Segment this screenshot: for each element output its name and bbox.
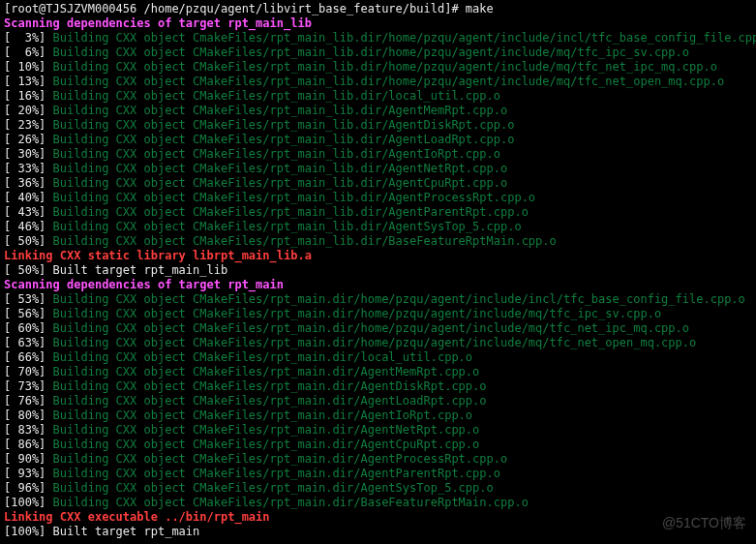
progress-pct: [ 86%] (4, 438, 53, 451)
scan-msg: Scanning dependencies of target rpt_main (4, 278, 284, 291)
output-line: [ 83%] Building CXX object CMakeFiles/rp… (4, 423, 752, 438)
build-msg: Building CXX object CMakeFiles/rpt_main_… (53, 234, 557, 248)
build-msg: Building CXX object CMakeFiles/rpt_main_… (53, 191, 536, 204)
build-msg: Building CXX object CMakeFiles/rpt_main.… (53, 292, 745, 306)
status-msg: [100%] Built target rpt_main (4, 525, 199, 538)
progress-pct: [ 83%] (4, 423, 53, 437)
output-line: Scanning dependencies of target rpt_main… (4, 16, 752, 31)
prompt-line: [root@TJSJZVM000456 /home/pzqu/agent/lib… (4, 2, 752, 16)
progress-pct: [ 10%] (4, 60, 53, 74)
build-msg: Building CXX object CMakeFiles/rpt_main.… (53, 321, 689, 335)
build-msg: Building CXX object CMakeFiles/rpt_main_… (53, 147, 500, 161)
progress-pct: [ 63%] (4, 336, 53, 349)
build-msg: Building CXX object CmakeFiles/rpt_main_… (53, 31, 756, 45)
progress-pct: [ 16%] (4, 89, 53, 103)
output-line: [ 46%] Building CXX object CMakeFiles/rp… (4, 220, 752, 234)
output-line: [ 43%] Building CXX object CMakeFiles/rp… (4, 205, 752, 220)
scan-msg: Scanning dependencies of target rpt_main… (4, 16, 312, 30)
build-msg: Building CXX object CMakeFiles/rpt_main.… (53, 467, 500, 480)
progress-pct: [ 50%] (4, 234, 53, 248)
output-line: Linking CXX static library librpt_main_l… (4, 249, 752, 263)
output-line: [ 16%] Building CXX object CMakeFiles/rp… (4, 89, 752, 104)
build-msg: Building CXX object CMakeFiles/rpt_main_… (53, 205, 529, 219)
build-msg: Building CXX object CMakeFiles/rpt_main_… (53, 60, 717, 74)
output-line: Scanning dependencies of target rpt_main (4, 278, 752, 292)
shell-prompt: [root@TJSJZVM000456 /home/pzqu/agent/lib… (4, 2, 494, 15)
build-msg: Building CXX object CMakeFiles/rpt_main_… (53, 104, 508, 117)
build-msg: Building CXX object CMakeFiles/rpt_main_… (53, 176, 508, 190)
output-line: [ 73%] Building CXX object CMakeFiles/rp… (4, 379, 752, 394)
build-msg: Building CXX object CMakeFiles/rpt_main_… (53, 45, 689, 59)
build-msg: Building CXX object CMakeFiles/rpt_main.… (53, 438, 480, 451)
build-msg: Building CXX object CMakeFiles/rpt_main_… (53, 75, 725, 88)
output-line: [ 63%] Building CXX object CMakeFiles/rp… (4, 336, 752, 350)
output-line: [ 70%] Building CXX object CMakeFiles/rp… (4, 365, 752, 379)
build-msg: Building CXX object CMakeFiles/rpt_main.… (53, 394, 487, 408)
progress-pct: [ 66%] (4, 350, 53, 364)
build-msg: Building CXX object CMakeFiles/rpt_main_… (53, 220, 522, 233)
build-msg: Building CXX object CMakeFiles/rpt_main.… (53, 496, 529, 509)
output-line: [ 30%] Building CXX object CMakeFiles/rp… (4, 147, 752, 162)
output-line: [100%] Building CXX object CMakeFiles/rp… (4, 496, 752, 510)
progress-pct: [ 53%] (4, 292, 53, 306)
progress-pct: [ 6%] (4, 45, 53, 59)
progress-pct: [100%] (4, 496, 53, 509)
output-line: [ 50%] Building CXX object CMakeFiles/rp… (4, 234, 752, 249)
build-msg: Building CXX object CMakeFiles/rpt_main_… (53, 162, 508, 175)
build-msg: Building CXX object CMakeFiles/rpt_main.… (53, 452, 508, 466)
build-msg: Building CXX object CMakeFiles/rpt_main.… (53, 379, 487, 393)
output-line: [ 56%] Building CXX object CMakeFiles/rp… (4, 307, 752, 321)
progress-pct: [ 23%] (4, 118, 53, 132)
progress-pct: [ 90%] (4, 452, 53, 466)
output-line: [ 26%] Building CXX object CMakeFiles/rp… (4, 133, 752, 147)
build-msg: Building CXX object CMakeFiles/rpt_main.… (53, 481, 494, 495)
progress-pct: [ 43%] (4, 205, 53, 219)
output-line: [ 13%] Building CXX object CMakeFiles/rp… (4, 75, 752, 89)
progress-pct: [ 13%] (4, 75, 53, 88)
output-line: [ 23%] Building CXX object CMakeFiles/rp… (4, 118, 752, 133)
output-line: [ 3%] Building CXX object CmakeFiles/rpt… (4, 31, 752, 45)
output-line: [ 36%] Building CXX object CMakeFiles/rp… (4, 176, 752, 191)
output-line: [ 10%] Building CXX object CMakeFiles/rp… (4, 60, 752, 75)
progress-pct: [ 93%] (4, 467, 53, 480)
build-msg: Building CXX object CMakeFiles/rpt_main.… (53, 350, 472, 364)
progress-pct: [ 76%] (4, 394, 53, 408)
progress-pct: [ 60%] (4, 321, 53, 335)
build-msg: Building CXX object CMakeFiles/rpt_main_… (53, 118, 515, 132)
output-line: [ 40%] Building CXX object CMakeFiles/rp… (4, 191, 752, 205)
progress-pct: [ 33%] (4, 162, 53, 175)
build-msg: Building CXX object CMakeFiles/rpt_main_… (53, 89, 500, 103)
output-line: [ 96%] Building CXX object CMakeFiles/rp… (4, 481, 752, 496)
progress-pct: [ 40%] (4, 191, 53, 204)
build-msg: Building CXX object CMakeFiles/rpt_main.… (53, 423, 480, 437)
output-line: [ 80%] Building CXX object CMakeFiles/rp… (4, 408, 752, 423)
link-msg: Linking CXX executable ../bin/rpt_main (4, 510, 270, 524)
output-line: [ 33%] Building CXX object CMakeFiles/rp… (4, 162, 752, 176)
progress-pct: [ 73%] (4, 379, 53, 393)
build-msg: Building CXX object CMakeFiles/rpt_main.… (53, 408, 472, 422)
progress-pct: [ 30%] (4, 147, 53, 161)
progress-pct: [ 70%] (4, 365, 53, 378)
progress-pct: [ 3%] (4, 31, 53, 45)
output-line: [ 53%] Building CXX object CMakeFiles/rp… (4, 292, 752, 307)
progress-pct: [ 20%] (4, 104, 53, 117)
status-msg: [ 50%] Built target rpt_main_lib (4, 263, 227, 277)
output-line: [ 60%] Building CXX object CMakeFiles/rp… (4, 321, 752, 336)
output-line: [ 76%] Building CXX object CMakeFiles/rp… (4, 394, 752, 408)
output-line: [100%] Built target rpt_main (4, 525, 752, 539)
build-msg: Building CXX object CMakeFiles/rpt_main_… (53, 133, 515, 146)
progress-pct: [ 96%] (4, 481, 53, 495)
progress-pct: [ 26%] (4, 133, 53, 146)
terminal-output: [root@TJSJZVM000456 /home/pzqu/agent/lib… (0, 0, 756, 541)
output-line: Linking CXX executable ../bin/rpt_main (4, 510, 752, 525)
output-line: [ 90%] Building CXX object CMakeFiles/rp… (4, 452, 752, 467)
progress-pct: [ 80%] (4, 408, 53, 422)
link-msg: Linking CXX static library librpt_main_l… (4, 249, 312, 262)
build-msg: Building CXX object CMakeFiles/rpt_main.… (53, 307, 662, 320)
output-line: [ 6%] Building CXX object CMakeFiles/rpt… (4, 45, 752, 60)
progress-pct: [ 36%] (4, 176, 53, 190)
output-line: [ 20%] Building CXX object CMakeFiles/rp… (4, 104, 752, 118)
output-line: [ 50%] Built target rpt_main_lib (4, 263, 752, 278)
output-line: [ 86%] Building CXX object CMakeFiles/rp… (4, 438, 752, 452)
build-msg: Building CXX object CMakeFiles/rpt_main.… (53, 365, 480, 378)
